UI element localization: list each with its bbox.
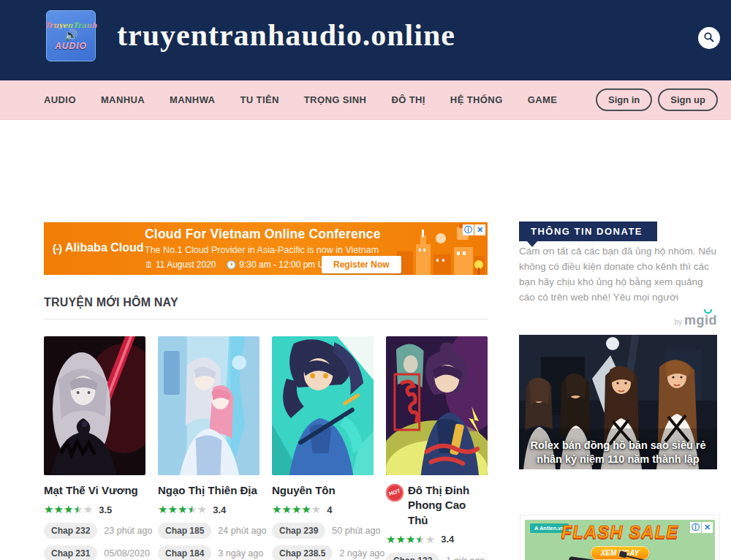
banner-ad-title: Cloud For Vietnam Online Conference	[145, 227, 381, 242]
star-icon: ★	[292, 503, 301, 515]
site-logo[interactable]: TruyenTranh 🔊 AUDIO	[46, 10, 96, 61]
mgid-logo: mgid	[684, 313, 717, 328]
star-icon: ★	[158, 503, 167, 515]
chapter-row: Chap 239 50 phút ago	[272, 523, 374, 539]
comic-title[interactable]: Ngạo Thị Thiên Địa	[158, 483, 260, 498]
comic-card-nguyen-ton: Nguyên Tôn ★★★★★ 4 Chap 239 50 phút ago …	[272, 336, 374, 560]
rating-row: ★★★★★ 3.4	[386, 533, 488, 546]
chapter-time: 3 ngày ago	[218, 548, 263, 559]
ad-close-icon[interactable]: ✕	[702, 522, 713, 533]
nav-item-tu-tien[interactable]: TU TIÊN	[240, 94, 279, 105]
register-now-button[interactable]: Register Now	[322, 256, 401, 273]
star-icon: ★	[53, 503, 63, 515]
chapter-row: Chap 132 1 giờ ago	[386, 553, 488, 560]
chapter-badge[interactable]: Chap 185	[158, 523, 211, 539]
comic-cover-art	[272, 336, 374, 475]
rating-value: 4	[327, 504, 332, 515]
donate-info-ribbon: THÔNG TIN DONATE	[519, 222, 657, 241]
nav-item-audio[interactable]: AUDIO	[44, 94, 76, 105]
flash-sale-title: FLASH SALE	[525, 522, 715, 542]
chapter-time: 24 phút ago	[218, 526, 266, 536]
calendar-icon: 🗓	[145, 260, 153, 269]
chapter-row: Chap 185 24 phút ago	[158, 523, 260, 539]
ad-info-icon[interactable]: ⓘ	[690, 522, 701, 533]
nav-item-manhua[interactable]: MANHUA	[101, 94, 145, 105]
clock-icon: 🕑	[227, 260, 237, 269]
comic-cover[interactable]	[272, 336, 374, 475]
section-title-new-today: TRUYỆN MỚI HÔM NAY	[44, 296, 178, 309]
comic-cover[interactable]	[44, 336, 145, 475]
chapter-badge[interactable]: Chap 239	[272, 523, 325, 539]
auth-buttons: Sign in Sign up	[596, 88, 718, 111]
comic-card-ngao-thi-thien-dia: Ngạo Thị Thiên Địa ★★★★★ 3.4 Chap 185 24…	[158, 336, 260, 560]
logo-text-top: TruyenTranh	[45, 21, 97, 29]
chapter-badge[interactable]: Chap 184	[158, 545, 211, 560]
nav-item-manhwa[interactable]: MANHWA	[170, 94, 215, 105]
star-icon: ★	[311, 503, 321, 515]
star-rating: ★★★★★	[44, 503, 93, 516]
star-icon: ★	[272, 503, 281, 515]
chapter-time: 50 phút ago	[332, 526, 380, 536]
comic-card-grid: Mạt Thế Vi Vương ★★★★★ 3.5 Chap 232 23 p…	[44, 336, 488, 560]
ad-close-icon[interactable]: ✕	[474, 224, 485, 235]
banner-ad-date: 11 August 2020	[156, 260, 216, 270]
chapter-badge[interactable]: Chap 238.5	[272, 545, 333, 560]
rating-value: 3.5	[99, 504, 112, 515]
chapter-time: 2 ngày ago	[339, 548, 385, 559]
nav-item-do-thi[interactable]: ĐÔ THỊ	[391, 94, 425, 105]
sign-in-button[interactable]: Sign in	[596, 88, 652, 111]
star-icon: ★	[386, 533, 395, 545]
alibaba-logo-text: Alibaba Cloud	[65, 241, 144, 254]
comic-cover[interactable]	[386, 336, 488, 475]
chapter-badge[interactable]: Chap 132	[386, 553, 439, 560]
nav-items: AUDIO MANHUA MANHWA TU TIÊN TRỌNG SINH Đ…	[44, 94, 557, 105]
ad-info-icon[interactable]: ⓘ	[463, 224, 474, 235]
star-icon: ★	[64, 503, 73, 515]
comic-title[interactable]: Mạt Thế Vi Vương	[44, 483, 145, 498]
nav-item-game[interactable]: GAME	[528, 94, 558, 105]
banner-ad-subtitle: The No.1 Cloud Provider in Asia-Pacific …	[145, 245, 379, 255]
chapter-row: Chap 238.5 2 ngày ago	[272, 545, 374, 560]
logo-text-bottom: AUDIO	[55, 41, 87, 51]
alibaba-logo-mark: (-)	[53, 242, 61, 254]
nav-item-trong-sinh[interactable]: TRỌNG SINH	[304, 94, 367, 105]
star-icon: ★	[406, 533, 415, 545]
hot-badge: HOT	[384, 482, 406, 504]
comic-title[interactable]: HOT Đô Thị Đỉnh Phong Cao Thủ	[386, 483, 488, 528]
donate-text: Cám ơn tất cả các bạn đã ủng hộ nhóm. Nế…	[519, 244, 719, 306]
chapter-time: 05/08/2020	[104, 548, 150, 559]
section-divider	[44, 319, 488, 319]
comic-card-do-thi-dinh-phong-cao-thu: HOT Đô Thị Đỉnh Phong Cao Thủ ★★★★★ 3.4 …	[386, 336, 488, 560]
chapter-row: Chap 232 23 phút ago	[44, 523, 145, 539]
rating-row: ★★★★★ 3.4	[158, 503, 260, 516]
star-icon: ★	[301, 503, 311, 515]
comic-card-mat-the-vi-vuong: Mạt Thế Vi Vương ★★★★★ 3.5 Chap 232 23 p…	[44, 336, 145, 560]
star-icon: ★	[83, 503, 93, 515]
comic-cover-art	[386, 336, 488, 475]
main-nav: AUDIO MANHUA MANHWA TU TIÊN TRỌNG SINH Đ…	[0, 80, 731, 120]
star-icon: ★	[425, 533, 435, 545]
chapter-badge[interactable]: Chap 232	[44, 523, 97, 539]
star-icon: ★	[415, 533, 425, 545]
rolex-photo-ad[interactable]: Rolex bán đồng hồ bản sao siêu rẻ nhân k…	[519, 335, 717, 469]
comic-cover-art	[44, 336, 145, 475]
site-title[interactable]: truyentranhaudio.online	[117, 18, 455, 53]
rating-value: 3.4	[213, 504, 226, 515]
mgid-attribution[interactable]: bymgid	[519, 313, 717, 328]
comic-title[interactable]: Nguyên Tôn	[272, 483, 374, 498]
comic-cover[interactable]	[158, 336, 260, 475]
star-rating: ★★★★★	[272, 503, 321, 516]
star-icon: ★	[197, 503, 207, 515]
star-icon: ★	[281, 503, 291, 515]
star-icon: ★	[187, 503, 197, 515]
rating-row: ★★★★★ 3.5	[44, 503, 145, 516]
speaker-icon: 🔊	[64, 30, 78, 40]
sign-up-button[interactable]: Sign up	[658, 88, 718, 111]
star-icon: ★	[395, 533, 405, 545]
flash-sale-ad[interactable]: A Antien.vn FLASH SALE XEM NGAY ⓘ ✕	[520, 515, 719, 560]
chapter-row: Chap 231 05/08/2020	[44, 545, 145, 560]
search-button[interactable]	[698, 27, 720, 49]
chapter-badge[interactable]: Chap 231	[44, 545, 97, 560]
nav-item-he-thong[interactable]: HỆ THỐNG	[450, 94, 503, 105]
alibaba-banner-ad[interactable]: (-) Alibaba Cloud Cloud For Vietnam Onli…	[44, 222, 488, 275]
